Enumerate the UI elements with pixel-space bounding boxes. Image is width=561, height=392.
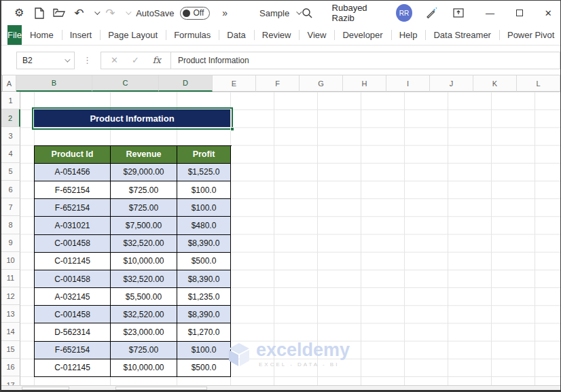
column-header-I[interactable]: I [386,75,430,92]
select-all-corner[interactable] [1,75,3,92]
table-cell-profit[interactable]: $500.0 [177,253,231,270]
row-header-10[interactable]: 10 [1,252,20,270]
name-box[interactable]: B2 [16,52,75,69]
table-cell-product_id[interactable]: A-051456 [35,164,111,181]
row-header-5[interactable]: 5 [1,163,20,181]
table-cell-profit[interactable]: $100.0 [177,199,231,217]
tab-data-streamer[interactable]: Data Streamer [425,25,499,45]
table-cell-revenue[interactable]: $32,520.00 [111,270,177,288]
column-header-K[interactable]: K [473,75,517,92]
open-folder-icon[interactable] [52,5,66,20]
column-header-D[interactable]: D [159,75,213,92]
table-cell-revenue[interactable]: $725.00 [111,181,177,199]
row-header-1[interactable]: 1 [1,92,20,109]
table-header-cell[interactable]: Product Id [35,146,111,164]
table-cell-profit[interactable]: $480.0 [177,217,231,234]
table-cell-product_id[interactable]: F-652154 [35,199,111,217]
row-header-13[interactable]: 13 [1,305,20,323]
table-cell-revenue[interactable]: $5,500.00 [111,288,177,306]
table-header-cell[interactable]: Revenue [111,146,177,164]
table-cell-profit[interactable]: $8,390.0 [177,235,231,253]
row-header-15[interactable]: 15 [1,341,20,359]
undo-dropdown-caret-icon[interactable] [94,9,100,14]
row-header-11[interactable]: 11 [1,270,20,287]
tab-view[interactable]: View [299,25,334,45]
column-header-E[interactable]: E [213,75,256,92]
settings-gear-icon[interactable]: ⚙ [12,5,26,20]
table-cell-revenue[interactable]: $725.00 [111,342,177,359]
column-header-F[interactable]: F [256,75,300,92]
table-cell-product_id[interactable]: F-652154 [35,342,111,359]
close-button[interactable]: ✕ [539,4,558,22]
tab-home[interactable]: Home [22,25,62,45]
new-file-icon[interactable] [32,5,46,20]
table-cell-product_id[interactable]: C-001458 [35,270,111,288]
tab-data[interactable]: Data [219,25,253,45]
table-cell-product_id[interactable]: A-031021 [35,217,111,234]
tab-formulas[interactable]: Formulas [166,25,219,45]
ribbon-display-options-icon[interactable] [451,5,465,20]
row-header-7[interactable]: 7 [1,198,20,216]
insert-function-icon[interactable]: fx [153,55,161,65]
tab-developer[interactable]: Developer [334,25,391,45]
tab-power-pivot[interactable]: Power Pivot [499,25,561,45]
row-header-2[interactable]: 2 [1,109,20,127]
table-cell-revenue[interactable]: $10,000.00 [111,359,177,377]
tab-insert[interactable]: Insert [62,25,101,45]
copilot-wand-icon[interactable] [424,5,438,20]
table-cell-revenue[interactable]: $23,000.00 [111,323,177,341]
document-name[interactable]: Sample [259,8,300,18]
row-header-14[interactable]: 14 [1,323,20,340]
formula-input[interactable]: Product Information [171,52,560,69]
autosave-toggle[interactable]: Off [180,7,211,20]
more-commands-button[interactable]: » [222,7,227,18]
row-header-12[interactable]: 12 [1,287,20,305]
undo-button[interactable]: ↶ [72,5,86,20]
table-cell-product_id[interactable]: C-001458 [35,235,111,253]
row-header-3[interactable]: 3 [1,127,20,145]
column-header-C[interactable]: C [92,75,159,92]
tab-help[interactable]: Help [391,25,426,45]
table-cell-profit[interactable]: $100.0 [177,342,231,359]
tab-review[interactable]: Review [254,25,300,45]
column-header-B[interactable]: B [16,75,92,92]
cancel-entry-icon[interactable]: ✕ [111,55,118,65]
row-header-16[interactable]: 16 [1,359,20,376]
table-cell-product_id[interactable]: C-012145 [35,253,111,270]
row-header-9[interactable]: 9 [1,234,20,252]
avatar[interactable]: RR [396,4,412,22]
table-cell-revenue[interactable]: $29,000.00 [111,164,177,181]
formula-bar-handle-icon[interactable]: ⋮ [83,55,92,65]
account-user-name[interactable]: Rubayed Razib [332,3,388,23]
minimize-button[interactable]: — [481,4,500,22]
column-header-J[interactable]: J [430,75,473,92]
search-icon[interactable] [300,5,314,20]
table-cell-revenue[interactable]: $32,520.00 [111,235,177,253]
table-cell-profit[interactable]: $8,390.0 [177,270,231,288]
table-cell-profit[interactable]: $1,525.0 [177,164,231,181]
table-cell-product_id[interactable]: F-652154 [35,181,111,199]
title-cell-b2[interactable]: Product Information [34,109,230,127]
table-cell-profit[interactable]: $8,390.0 [177,306,231,323]
table-header-cell[interactable]: Profit [177,146,231,164]
table-cell-product_id[interactable]: C-012145 [35,359,111,377]
table-cell-revenue[interactable]: $10,000.00 [111,253,177,270]
row-header-4[interactable]: 4 [1,145,20,163]
column-header-A[interactable]: A [3,75,16,92]
table-cell-profit[interactable]: $100.0 [177,181,231,199]
table-cell-product_id[interactable]: D-562314 [35,323,111,341]
table-cell-profit[interactable]: $1,270.0 [177,323,231,341]
tab-file[interactable]: File [7,25,22,45]
tab-page-layout[interactable]: Page Layout [100,25,166,45]
table-cell-product_id[interactable]: C-001458 [35,306,111,323]
table-cell-product_id[interactable]: A-032145 [35,288,111,306]
column-header-H[interactable]: H [343,75,386,92]
table-cell-revenue[interactable]: $7,500.00 [111,217,177,234]
row-header-8[interactable]: 8 [1,216,20,234]
enter-entry-icon[interactable]: ✓ [132,55,139,65]
table-cell-revenue[interactable]: $32,520.00 [111,306,177,323]
row-header-6[interactable]: 6 [1,181,20,198]
column-header-L[interactable]: L [517,75,560,92]
table-cell-profit[interactable]: $1,235.0 [177,288,231,306]
maximize-button[interactable] [510,4,529,22]
